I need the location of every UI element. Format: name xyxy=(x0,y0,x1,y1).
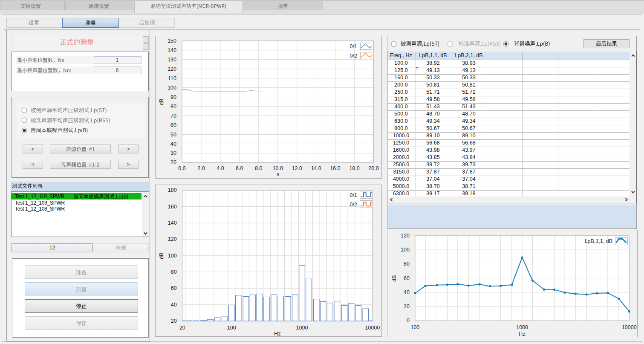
svg-text:18.0: 18.0 xyxy=(349,165,359,171)
svg-text:40: 40 xyxy=(171,302,177,308)
svg-text:140: 140 xyxy=(168,220,177,226)
svg-text:100: 100 xyxy=(227,325,236,331)
svg-text:1000: 1000 xyxy=(296,325,308,331)
svg-text:100: 100 xyxy=(167,85,176,91)
svg-text:Hz: Hz xyxy=(519,331,525,337)
svg-text:0/2: 0/2 xyxy=(350,202,357,208)
svg-text:140: 140 xyxy=(167,47,176,53)
svg-text:16.0: 16.0 xyxy=(330,165,340,171)
svg-text:120: 120 xyxy=(401,233,410,239)
svg-text:6.0: 6.0 xyxy=(236,165,243,171)
svg-text:80: 80 xyxy=(404,261,410,267)
svg-text:s: s xyxy=(277,171,279,177)
svg-text:Hz: Hz xyxy=(274,331,280,337)
svg-text:60: 60 xyxy=(171,285,177,291)
svg-text:30: 30 xyxy=(170,150,176,156)
svg-text:20: 20 xyxy=(170,159,176,165)
svg-text:0.0: 0.0 xyxy=(178,165,185,171)
svg-text:0/2: 0/2 xyxy=(350,53,357,59)
svg-text:40: 40 xyxy=(170,141,176,147)
svg-text:180: 180 xyxy=(168,187,177,193)
svg-text:40: 40 xyxy=(404,289,410,295)
svg-text:12.0: 12.0 xyxy=(292,165,302,171)
svg-text:10.0: 10.0 xyxy=(273,165,283,171)
svg-text:50: 50 xyxy=(170,132,176,138)
svg-text:0/1: 0/1 xyxy=(350,192,357,198)
svg-text:20: 20 xyxy=(171,318,177,324)
svg-text:100: 100 xyxy=(410,324,419,330)
svg-text:dB: dB xyxy=(159,252,165,259)
svg-text:120: 120 xyxy=(167,66,176,72)
svg-text:14.0: 14.0 xyxy=(311,165,321,171)
svg-text:160: 160 xyxy=(168,204,177,210)
svg-text:LpB,1,1, dB: LpB,1,1, dB xyxy=(585,238,612,244)
svg-text:100: 100 xyxy=(401,247,410,253)
svg-text:dB: dB xyxy=(391,275,397,281)
svg-text:20.0: 20.0 xyxy=(368,165,378,171)
svg-text:60: 60 xyxy=(170,122,176,128)
svg-text:110: 110 xyxy=(168,75,176,81)
svg-text:dB: dB xyxy=(159,98,165,105)
svg-text:90: 90 xyxy=(170,94,176,100)
svg-text:20: 20 xyxy=(404,304,410,309)
svg-text:80: 80 xyxy=(170,104,176,110)
svg-text:8.0: 8.0 xyxy=(255,165,262,171)
svg-text:20: 20 xyxy=(179,325,185,331)
svg-text:120: 120 xyxy=(168,236,177,242)
svg-text:80: 80 xyxy=(171,269,177,275)
svg-text:60: 60 xyxy=(404,275,410,281)
svg-text:10000: 10000 xyxy=(365,325,380,331)
svg-text:0: 0 xyxy=(407,318,410,324)
svg-text:0/1: 0/1 xyxy=(350,43,357,49)
svg-text:4.0: 4.0 xyxy=(217,165,224,171)
svg-text:70: 70 xyxy=(170,113,176,119)
svg-text:130: 130 xyxy=(167,57,176,63)
svg-text:2.0: 2.0 xyxy=(197,165,205,171)
svg-text:10000: 10000 xyxy=(622,324,637,330)
svg-text:150: 150 xyxy=(167,38,176,44)
svg-text:100: 100 xyxy=(168,253,177,259)
svg-text:1000: 1000 xyxy=(516,324,528,330)
